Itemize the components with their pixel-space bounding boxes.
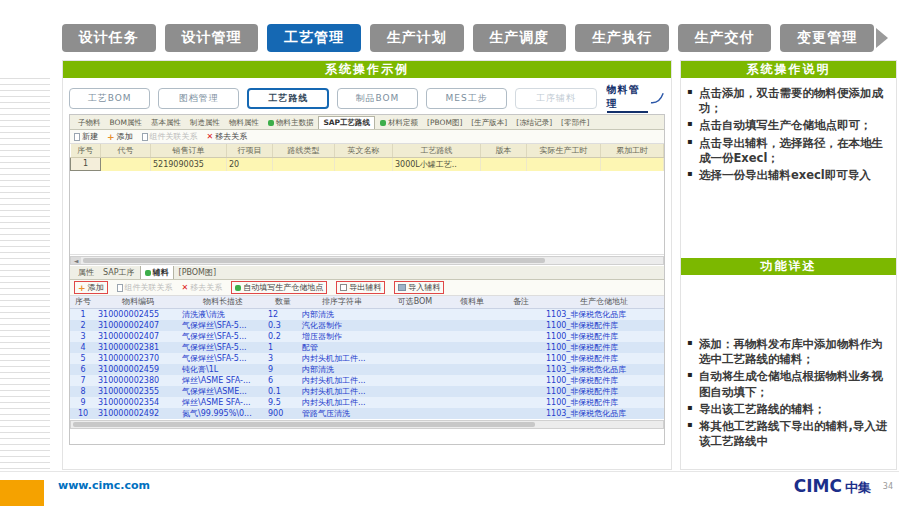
table-cell[interactable]: 汽化器制作 [300,320,384,331]
table-cell[interactable] [498,342,544,353]
table-cell[interactable]: 内封头机加工件... [300,386,384,397]
tab-bom-attributes[interactable]: BOM属性 [106,117,146,129]
column-header[interactable]: 领料单 [446,296,498,308]
mes-step-button[interactable]: MES工步 [426,88,507,109]
table-cell[interactable]: 310000002407 [96,331,180,342]
drawing-management-button[interactable]: 图档管理 [158,88,239,109]
table-cell[interactable]: 310000002407 [96,320,180,331]
table-cell[interactable]: 0.1 [266,386,300,397]
table-cell[interactable]: 配管 [300,342,384,353]
autofill-storage-button[interactable]: 自动填写生产仓储地点 [231,281,327,294]
component-relation-button[interactable]: 组件关联关系 [142,131,198,142]
column-header[interactable]: 英文名称 [335,144,393,157]
table-cell[interactable]: 0.2 [266,331,300,342]
table-cell[interactable]: 6 [70,364,96,375]
table-cell[interactable]: 1 [70,308,96,320]
table-cell[interactable] [273,157,335,171]
column-header[interactable]: 排序字符串 [300,296,384,308]
add-auxiliary-button[interactable]: +添加 [74,281,108,294]
table-cell[interactable] [446,342,498,353]
remove-relation-button-2[interactable]: ✕移去关系 [182,282,223,293]
table-cell[interactable]: 0.3 [266,320,300,331]
table-cell[interactable]: 8 [70,386,96,397]
column-header[interactable]: 数量 [266,296,300,308]
table-cell[interactable]: 增压器制作 [300,331,384,342]
table-cell[interactable]: 焊丝\ASME SFA-... [180,375,266,386]
table-cell[interactable]: 气保焊丝\ASME... [180,386,266,397]
table-cell[interactable]: 310000002459 [96,364,180,375]
table-cell[interactable] [498,397,544,408]
nav-tab-design-tasks[interactable]: 设计任务 [62,24,156,52]
column-header[interactable]: 工艺路线 [393,144,481,157]
tab-sap-operation[interactable]: SAP工序 [99,266,139,279]
table-cell[interactable] [384,342,446,353]
table-cell[interactable] [446,331,498,342]
table-cell[interactable]: 氮气\99.995%\0... [180,408,266,419]
column-header[interactable]: 代号 [101,144,151,157]
table-row[interactable]: 5310000002370气保焊丝\SFA-5...3内封头机加工件...110… [70,353,664,364]
tab-attributes[interactable]: 属性 [74,266,98,279]
column-header[interactable]: 实际生产工时 [527,144,601,157]
materials-management-link[interactable]: 物料管理 [607,83,648,113]
column-header[interactable]: 销售订单 [151,144,227,157]
table-cell[interactable]: 1103_非保税危化品库 [544,408,664,419]
add-button[interactable]: +添加 [107,131,133,142]
table-cell[interactable] [498,364,544,375]
table-row[interactable]: 15219090035203000L小罐工艺.. [71,157,664,171]
table-cell[interactable] [498,375,544,386]
table-cell[interactable]: 气保焊丝\SFA-5... [180,331,266,342]
table-cell[interactable] [498,320,544,331]
table-cell[interactable]: 1100_非保税配件库 [544,331,664,342]
table-cell[interactable]: 4 [70,342,96,353]
table-cell[interactable]: 1 [266,342,300,353]
table-cell[interactable]: 9 [266,364,300,375]
table-cell[interactable]: 3 [266,353,300,364]
table-cell[interactable]: 900 [266,408,300,419]
table-cell[interactable] [335,157,393,171]
table-cell[interactable]: 6 [266,375,300,386]
table-cell[interactable]: 1103_非保税危化品库 [544,364,664,375]
table-row[interactable]: 9310000002354焊丝\ASME SFA-...9.5内封头机加工件..… [70,397,664,408]
table-cell[interactable]: 1103_非保税危化品库 [544,308,664,320]
table-cell[interactable]: 钝化膏\1L [180,364,266,375]
table-cell[interactable] [601,157,664,171]
nav-tab-change-management[interactable]: 变更管理 [780,24,874,52]
scrollbar-thumb[interactable] [83,258,545,263]
table-cell[interactable]: 310000002370 [96,353,180,364]
table-cell[interactable] [498,386,544,397]
export-auxiliary-button[interactable]: 导出辅料 [336,281,385,294]
component-relation-button-2[interactable]: 组件关联关系 [117,282,173,293]
table-cell[interactable] [384,386,446,397]
column-header[interactable]: 累加工时 [601,144,664,157]
table-cell[interactable] [498,408,544,419]
tab-pbom-chart[interactable]: [PBOM图] [423,117,466,129]
table-cell[interactable]: 气保焊丝\SFA-5... [180,320,266,331]
table-cell[interactable] [446,364,498,375]
tab-pbom-chart-bottom[interactable]: [PBOM图] [175,266,221,279]
table-cell[interactable] [498,331,544,342]
table-cell[interactable] [527,157,601,171]
table-cell[interactable]: 气保焊丝\SFA-5... [180,342,266,353]
nav-tab-design-management[interactable]: 设计管理 [165,24,259,52]
process-bom-button[interactable]: 工艺BOM [69,88,150,109]
table-cell[interactable]: 310000002354 [96,397,180,408]
tab-auxiliary-materials[interactable]: 辅料 [140,266,174,279]
tab-production-version[interactable]: [生产版本] [467,117,511,129]
table-cell[interactable]: 10 [70,408,96,419]
column-header[interactable]: 物料长描述 [180,296,266,308]
table-cell[interactable]: 内部清洗 [300,308,384,320]
table-cell[interactable]: 9.5 [266,397,300,408]
table-cell[interactable] [498,308,544,320]
horizontal-scrollbar[interactable]: ◄ [70,256,664,265]
table-row[interactable]: 6310000002459钝化膏\1L9内部清洗1103_非保税危化品库 [70,364,664,375]
nav-tab-production-scheduling[interactable]: 生产调度 [473,24,567,52]
scrollbar-thumb[interactable] [73,422,535,427]
column-header[interactable]: 行项目 [227,144,273,157]
table-cell[interactable] [446,320,498,331]
table-cell[interactable]: 清洗液\清洗 [180,308,266,320]
column-header[interactable]: 版本 [481,144,527,157]
column-header[interactable]: 路线类型 [273,144,335,157]
bottom-scrollbar[interactable] [70,420,664,429]
table-cell[interactable]: 1 [71,157,101,171]
table-cell[interactable]: 1100_非保税配件库 [544,386,664,397]
